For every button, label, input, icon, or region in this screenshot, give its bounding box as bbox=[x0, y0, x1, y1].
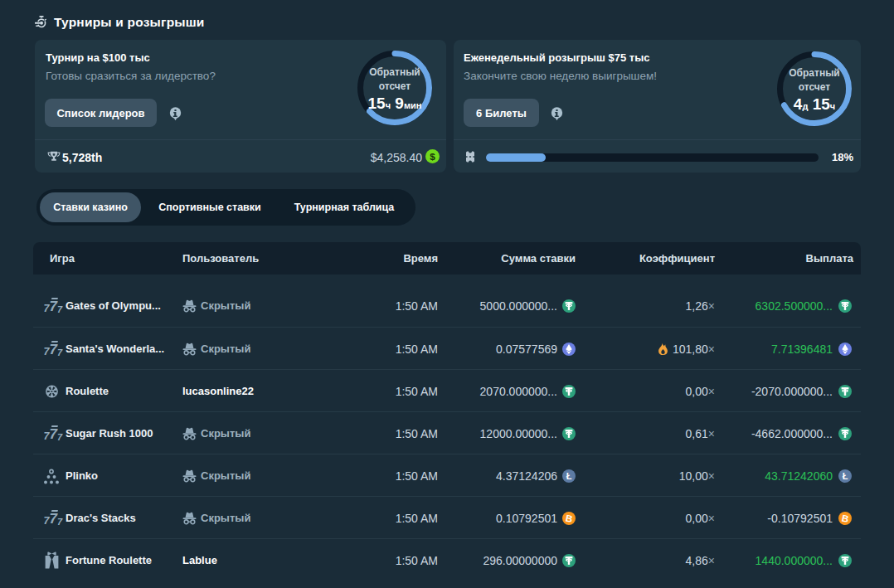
svg-text:Ł: Ł bbox=[843, 471, 848, 481]
svg-text:7: 7 bbox=[57, 431, 63, 441]
svg-text:7: 7 bbox=[57, 347, 63, 357]
svg-text:Ł: Ł bbox=[566, 471, 572, 481]
svg-text:7: 7 bbox=[57, 304, 63, 313]
svg-text:$: $ bbox=[430, 151, 435, 163]
svg-text:7: 7 bbox=[57, 516, 63, 526]
